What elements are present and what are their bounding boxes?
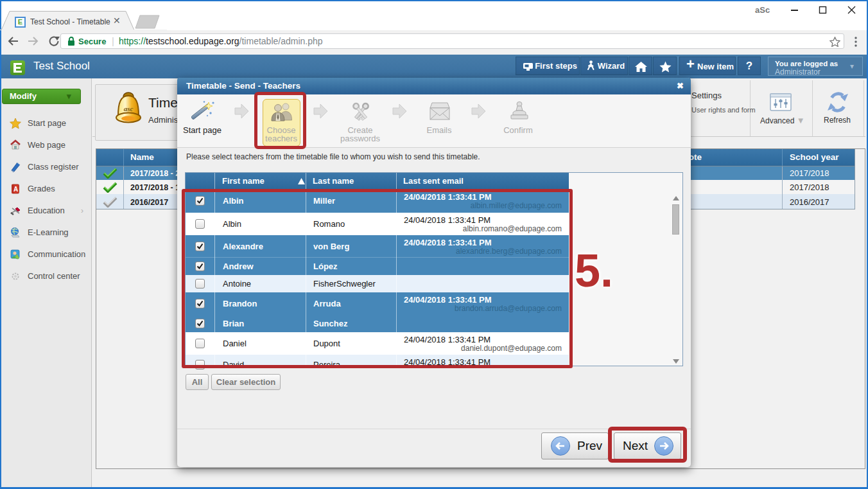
svg-text:A: A (13, 186, 18, 193)
svg-text:asc: asc (124, 105, 134, 112)
